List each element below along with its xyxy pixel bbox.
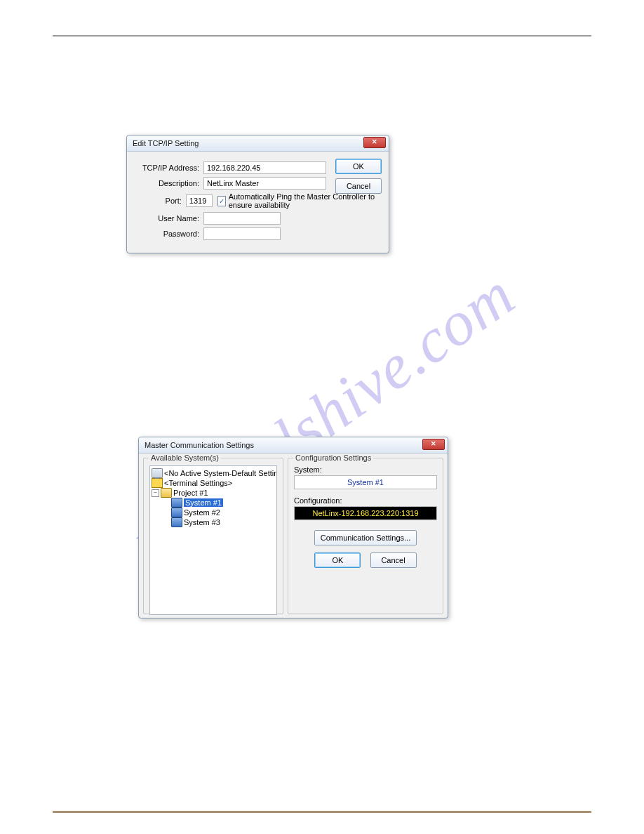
configuration-value: NetLinx-192.168.223.220:1319 bbox=[294, 506, 437, 520]
cancel-button[interactable]: Cancel bbox=[370, 552, 417, 568]
tree-item-no-active[interactable]: <No Active System-Default Settings> bbox=[152, 468, 275, 478]
folder-open-icon bbox=[161, 488, 172, 498]
description-input[interactable] bbox=[203, 177, 326, 190]
configuration-title: Configuration Settings bbox=[293, 454, 373, 462]
collapse-icon[interactable]: − bbox=[152, 489, 159, 497]
configuration-label: Configuration: bbox=[294, 496, 437, 505]
communication-settings-button[interactable]: Communication Settings... bbox=[314, 530, 417, 545]
system-label: System: bbox=[294, 465, 437, 474]
page-rule-top bbox=[53, 35, 591, 37]
dialog-title: Edit TCP/IP Setting bbox=[133, 139, 199, 147]
password-input[interactable] bbox=[203, 227, 281, 240]
terminal-icon bbox=[152, 478, 163, 488]
close-icon[interactable]: ✕ bbox=[363, 137, 386, 148]
username-input[interactable] bbox=[203, 212, 281, 225]
port-input[interactable] bbox=[186, 194, 213, 207]
configuration-group: Configuration Settings System: System #1… bbox=[288, 458, 443, 614]
system-icon bbox=[171, 498, 182, 508]
dialog-titlebar[interactable]: Master Communication Settings ✕ bbox=[139, 437, 448, 454]
page-rule-bottom bbox=[53, 811, 591, 813]
tree-item-system3[interactable]: System #3 bbox=[152, 517, 275, 527]
autoping-label: Automatically Ping the Master Controller… bbox=[229, 192, 382, 209]
autoping-checkbox[interactable]: ✓ bbox=[217, 196, 225, 206]
username-label: User Name: bbox=[133, 214, 203, 223]
description-label: Description: bbox=[133, 179, 203, 187]
monitor-icon bbox=[152, 468, 163, 478]
port-label: Port: bbox=[133, 197, 186, 205]
close-icon[interactable]: ✕ bbox=[422, 439, 445, 450]
address-input[interactable] bbox=[203, 161, 326, 174]
dialog-titlebar[interactable]: Edit TCP/IP Setting ✕ bbox=[127, 135, 389, 152]
ok-button[interactable]: OK bbox=[335, 159, 382, 174]
available-systems-title: Available System(s) bbox=[149, 454, 221, 462]
dialog-title: Master Communication Settings bbox=[145, 441, 254, 449]
password-label: Password: bbox=[133, 230, 203, 238]
tree-item-system1[interactable]: System #1 bbox=[152, 498, 275, 508]
system-tree[interactable]: <No Active System-Default Settings> <Ter… bbox=[149, 465, 277, 615]
master-comm-dialog: Master Communication Settings ✕ Availabl… bbox=[138, 437, 448, 618]
tree-item-terminal[interactable]: <Terminal Settings> bbox=[152, 478, 275, 488]
tree-item-project[interactable]: − Project #1 bbox=[152, 488, 275, 498]
edit-tcpip-dialog: Edit TCP/IP Setting ✕ OK Cancel TCP/IP A… bbox=[126, 135, 389, 253]
address-label: TCP/IP Address: bbox=[133, 164, 203, 172]
system-value: System #1 bbox=[294, 475, 437, 489]
system-icon bbox=[171, 508, 182, 517]
ok-button[interactable]: OK bbox=[314, 552, 361, 568]
cancel-button[interactable]: Cancel bbox=[335, 178, 382, 194]
system-icon bbox=[171, 517, 182, 527]
available-systems-group: Available System(s) <No Active System-De… bbox=[143, 458, 283, 614]
tree-item-system2[interactable]: System #2 bbox=[152, 508, 275, 517]
